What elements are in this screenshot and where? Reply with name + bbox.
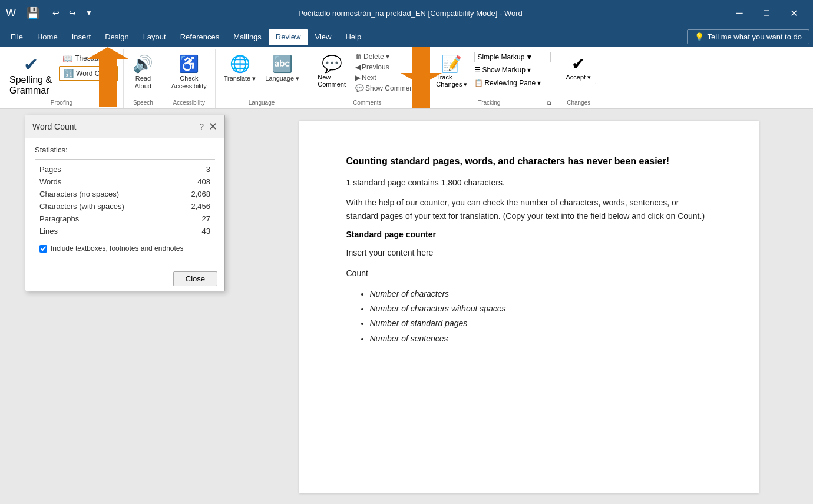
accept-label: Accept ▾ xyxy=(566,74,591,81)
stat-lines-label: Lines xyxy=(39,227,58,236)
next-comment-button[interactable]: ▶ Next xyxy=(353,73,421,82)
list-item-4: Number of sentences xyxy=(370,331,712,346)
dialog-title: Word Count xyxy=(32,122,76,131)
next-label: Next xyxy=(362,74,376,82)
stat-chars-nospaces-label: Characters (no spaces) xyxy=(39,190,119,198)
accept-button[interactable]: ✔ Accept ▾ xyxy=(561,52,596,84)
quick-access-arrow[interactable]: ▼ xyxy=(83,9,95,17)
language-label: Language ▾ xyxy=(265,75,299,82)
menu-view[interactable]: View xyxy=(308,29,338,45)
comment-actions: 🗑 Delete ▾ ◀ Previous ▶ Next 💬 Show Comm… xyxy=(353,52,421,93)
accept-icon: ✔ xyxy=(571,54,585,74)
language-button[interactable]: 🔤 Language ▾ xyxy=(262,52,303,85)
dialog-footer: Close xyxy=(25,267,224,291)
ribbon-group-tracking: 📝 TrackChanges ▾ Simple Markup ▼ ☰ Show … xyxy=(427,49,556,108)
reviewing-pane-button[interactable]: 📋 Reviewing Pane ▾ xyxy=(474,78,551,88)
stat-words-value: 408 xyxy=(197,177,210,186)
delete-comment-button[interactable]: 🗑 Delete ▾ xyxy=(353,52,421,61)
track-changes-icon: 📝 xyxy=(441,54,462,74)
doc-para2: With the help of our counter, you can ch… xyxy=(346,196,712,223)
translate-button[interactable]: 🌐 Translate ▾ xyxy=(220,52,260,85)
doc-subheading: Standard page counter xyxy=(346,230,712,239)
reviewing-pane-icon: 📋 xyxy=(474,79,483,87)
menu-review[interactable]: Review xyxy=(269,29,308,45)
track-changes-button[interactable]: 📝 TrackChanges ▾ xyxy=(431,52,472,91)
accessibility-icon: ♿ xyxy=(179,54,199,74)
title-bar-controls: W 💾 ↩ ↪ ▼ xyxy=(6,6,95,19)
dialog-title-actions: ? ✕ xyxy=(199,120,217,133)
proofing-right: 📖 Thesaurus 🔢 Word Count xyxy=(59,52,118,81)
menu-mailings[interactable]: Mailings xyxy=(226,29,269,45)
show-comments-button[interactable]: 💬 Show Comments xyxy=(353,84,421,93)
tell-me-label: Tell me what you want to do xyxy=(708,32,802,41)
stat-paragraphs: Paragraphs 27 xyxy=(35,213,215,225)
menu-home[interactable]: Home xyxy=(30,29,65,45)
stat-lines-value: 43 xyxy=(202,227,210,236)
check-accessibility-button[interactable]: ♿ CheckAccessibility xyxy=(168,52,210,92)
show-markup-button[interactable]: ☰ Show Markup ▾ xyxy=(474,65,551,75)
read-aloud-button[interactable]: 🔊 ReadAloud xyxy=(128,52,158,92)
dialog-body: Statistics: Pages 3 Words 408 Characters… xyxy=(25,138,224,267)
redo-button[interactable]: ↪ xyxy=(67,7,78,19)
menu-help[interactable]: Help xyxy=(338,29,368,45)
new-comment-button[interactable]: 💬 NewComment xyxy=(313,52,351,90)
include-textboxes-input[interactable] xyxy=(39,245,47,253)
close-button[interactable]: ✕ xyxy=(780,0,807,26)
minimize-button[interactable]: ─ xyxy=(726,0,753,26)
dialog-title-bar: Word Count ? ✕ xyxy=(25,115,224,138)
save-icon[interactable]: 💾 xyxy=(27,6,39,19)
delete-label: Delete ▾ xyxy=(363,52,389,61)
include-textboxes-checkbox[interactable]: Include textboxes, footnotes and endnote… xyxy=(39,244,215,253)
proofing-group-label: Proofing xyxy=(5,98,118,107)
word-count-button[interactable]: 🔢 Word Count xyxy=(59,66,118,81)
stat-pages-value: 3 xyxy=(206,165,210,174)
simple-markup-dropdown[interactable]: Simple Markup ▼ xyxy=(474,52,551,62)
dialog-help-button[interactable]: ? xyxy=(199,122,204,131)
ribbon-group-proofing: ✔ Spelling &Grammar 📖 Thesaurus 🔢 Word C… xyxy=(0,49,124,108)
document-page: Counting standard pages, words, and char… xyxy=(299,121,759,493)
translate-icon: 🌐 xyxy=(230,54,250,74)
delete-icon: 🗑 xyxy=(355,52,362,61)
accessibility-group-label: Accessibility xyxy=(168,98,210,107)
stat-lines: Lines 43 xyxy=(35,225,215,237)
tell-me-input[interactable]: 💡 Tell me what you want to do xyxy=(687,29,809,44)
menu-layout[interactable]: Layout xyxy=(136,29,173,45)
lightbulb-icon: 💡 xyxy=(695,32,704,41)
stat-chars-spaces-value: 2,456 xyxy=(191,202,210,211)
dialog-close-button[interactable]: ✕ xyxy=(209,120,217,133)
new-comment-label: NewComment xyxy=(318,74,346,88)
spelling-icon: ✔ xyxy=(24,54,38,75)
changes-content: ✔ Accept ▾ xyxy=(561,52,596,98)
dialog-close-btn[interactable]: Close xyxy=(173,271,217,286)
word-logo-icon: W xyxy=(6,7,16,19)
read-aloud-label: ReadAloud xyxy=(135,75,151,90)
spelling-grammar-button[interactable]: ✔ Spelling &Grammar xyxy=(5,52,57,98)
tracking-content: 📝 TrackChanges ▾ Simple Markup ▼ ☰ Show … xyxy=(431,52,551,98)
main-content: Word Count ? ✕ Statistics: Pages 3 Words… xyxy=(0,109,813,504)
previous-comment-button[interactable]: ◀ Previous xyxy=(353,62,421,72)
statistics-label: Statistics: xyxy=(35,145,215,154)
maximize-button[interactable]: □ xyxy=(753,0,780,26)
thesaurus-button[interactable]: 📖 Thesaurus xyxy=(59,52,118,65)
doc-count-label: Count xyxy=(346,267,712,280)
show-markup-label: Show Markup ▾ xyxy=(482,66,531,74)
menu-file[interactable]: File xyxy=(4,29,30,45)
menu-design[interactable]: Design xyxy=(98,29,136,45)
title-bar: W 💾 ↩ ↪ ▼ Počítadlo normostrán_na prekla… xyxy=(0,0,813,26)
stat-pages-label: Pages xyxy=(39,165,61,174)
menu-references[interactable]: References xyxy=(173,29,226,45)
accessibility-label: CheckAccessibility xyxy=(171,75,207,90)
ribbon-group-speech: 🔊 ReadAloud Speech xyxy=(124,49,163,108)
menu-bar: File Home Insert Design Layout Reference… xyxy=(0,26,813,47)
document-title: Počítadlo normostrán_na preklad_EN [Comp… xyxy=(95,9,726,18)
track-changes-label: TrackChanges ▾ xyxy=(436,74,467,88)
undo-button[interactable]: ↩ xyxy=(50,7,62,19)
doc-heading: Counting standard pages, words, and char… xyxy=(346,156,712,167)
doc-insert-text: Insert your content here xyxy=(346,246,712,259)
menu-insert[interactable]: Insert xyxy=(65,29,98,45)
previous-icon: ◀ xyxy=(355,63,361,71)
ribbon-group-changes: ✔ Accept ▾ Changes xyxy=(556,49,601,108)
tracking-expand-icon[interactable]: ⧉ xyxy=(547,100,551,107)
stat-chars-spaces: Characters (with spaces) 2,456 xyxy=(35,200,215,213)
speech-group-label: Speech xyxy=(128,98,158,107)
